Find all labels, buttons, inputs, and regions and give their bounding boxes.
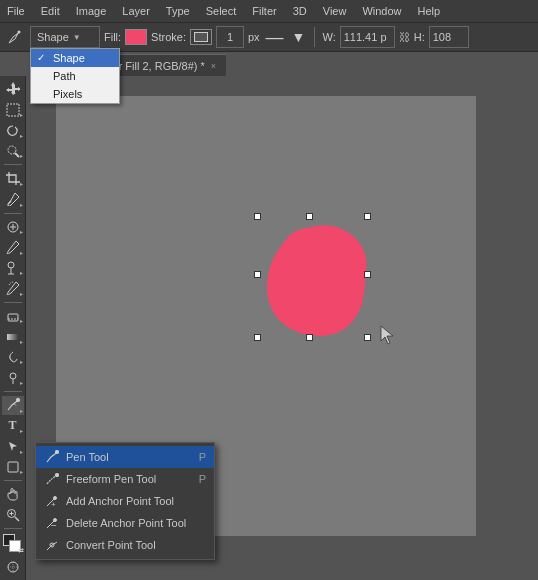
separator bbox=[4, 213, 22, 214]
convert-point-label: Convert Point Tool bbox=[66, 539, 156, 551]
separator bbox=[4, 528, 22, 529]
tool-arrow: ▸ bbox=[20, 269, 23, 276]
brush-tool[interactable]: ▸ bbox=[2, 238, 24, 257]
handle-tl[interactable] bbox=[254, 213, 261, 220]
tool-arrow: ▸ bbox=[20, 180, 23, 187]
delete-anchor-item[interactable]: − Delete Anchor Point Tool bbox=[36, 512, 214, 534]
fg-bg-colors[interactable]: ⇄ bbox=[2, 533, 24, 555]
quick-mask-tool[interactable] bbox=[2, 557, 24, 576]
stroke-swatch[interactable] bbox=[190, 29, 212, 45]
dodge-tool[interactable]: ▸ bbox=[2, 368, 24, 387]
convert-point-icon bbox=[44, 537, 60, 553]
width-input[interactable] bbox=[340, 26, 395, 48]
handle-mr[interactable] bbox=[364, 271, 371, 278]
svg-point-21 bbox=[56, 474, 59, 477]
eyedropper-tool[interactable]: ▸ bbox=[2, 190, 24, 209]
toolbar: ▸ ▸ ▸ ▸ ▸ ▸ ▸ bbox=[0, 76, 26, 580]
menu-select[interactable]: Select bbox=[199, 3, 244, 19]
tool-arrow: ▸ bbox=[20, 317, 23, 324]
svg-point-11 bbox=[10, 373, 16, 379]
freeform-pen-icon bbox=[44, 471, 60, 487]
svg-point-13 bbox=[16, 399, 19, 402]
svg-point-0 bbox=[18, 31, 21, 34]
menu-layer[interactable]: Layer bbox=[115, 3, 157, 19]
separator bbox=[4, 302, 22, 303]
pen-tools-context-menu: Pen Tool P Freeform Pen Tool P + Add Anc… bbox=[35, 442, 215, 560]
shape-mode-dropdown[interactable]: Shape ▼ bbox=[30, 26, 100, 48]
chain-icon[interactable]: ⛓ bbox=[399, 31, 410, 43]
freeform-pen-tool-item[interactable]: Freeform Pen Tool P bbox=[36, 468, 214, 490]
clone-tool[interactable]: ▸ bbox=[2, 259, 24, 278]
menu-help[interactable]: Help bbox=[411, 3, 448, 19]
tool-arrow: ▸ bbox=[20, 249, 23, 256]
pen-tool-icon-cm bbox=[44, 449, 60, 465]
options-bar: Shape ▼ Shape Path Pixels Fill: Stroke: … bbox=[0, 22, 538, 52]
handle-tr[interactable] bbox=[364, 213, 371, 220]
svg-text:−: − bbox=[51, 520, 57, 530]
fill-swatch[interactable] bbox=[125, 29, 147, 45]
menu-image[interactable]: Image bbox=[69, 3, 114, 19]
tool-arrow: ▸ bbox=[20, 407, 23, 414]
blur-tool[interactable]: ▸ bbox=[2, 348, 24, 367]
separator1 bbox=[314, 27, 315, 47]
menu-edit[interactable]: Edit bbox=[34, 3, 67, 19]
height-input[interactable] bbox=[429, 26, 469, 48]
tool-arrow: ▸ bbox=[20, 290, 23, 297]
stroke-px-label: px bbox=[248, 31, 260, 43]
move-tool[interactable] bbox=[2, 80, 24, 99]
handle-br[interactable] bbox=[364, 334, 371, 341]
heal-tool[interactable]: ▸ bbox=[2, 217, 24, 236]
zoom-tool[interactable] bbox=[2, 506, 24, 525]
svg-line-3 bbox=[15, 153, 19, 157]
svg-rect-9 bbox=[8, 314, 18, 321]
tool-arrow: ▸ bbox=[20, 111, 23, 118]
w-label: W: bbox=[322, 31, 335, 43]
shape-option-path[interactable]: Path bbox=[31, 67, 119, 85]
tool-arrow: ▸ bbox=[20, 427, 23, 434]
blob-shape[interactable] bbox=[256, 216, 376, 346]
handle-bl[interactable] bbox=[254, 334, 261, 341]
h-label: H: bbox=[414, 31, 425, 43]
stroke-width-input[interactable] bbox=[216, 26, 244, 48]
menu-file[interactable]: File bbox=[0, 3, 32, 19]
eraser-tool[interactable]: ▸ bbox=[2, 307, 24, 326]
shape-option-shape[interactable]: Shape bbox=[31, 49, 119, 67]
menu-view[interactable]: View bbox=[316, 3, 354, 19]
handle-ml[interactable] bbox=[254, 271, 261, 278]
menu-window[interactable]: Window bbox=[355, 3, 408, 19]
svg-line-16 bbox=[15, 517, 19, 521]
shape-tool[interactable]: ▸ bbox=[2, 458, 24, 477]
gradient-tool[interactable]: ▸ bbox=[2, 327, 24, 346]
svg-point-20 bbox=[56, 451, 59, 454]
stroke-style2[interactable]: ▼ bbox=[292, 29, 306, 45]
marquee-tool[interactable]: ▸ bbox=[2, 101, 24, 120]
stroke-label: Stroke: bbox=[151, 31, 186, 43]
hand-tool[interactable] bbox=[2, 485, 24, 504]
add-anchor-item[interactable]: + Add Anchor Point Tool bbox=[36, 490, 214, 512]
handle-bm[interactable] bbox=[306, 334, 313, 341]
convert-point-item[interactable]: Convert Point Tool bbox=[36, 534, 214, 556]
tool-arrow: ▸ bbox=[20, 468, 23, 475]
type-tool[interactable]: T ▸ bbox=[2, 417, 24, 436]
separator bbox=[4, 164, 22, 165]
path-select-tool[interactable]: ▸ bbox=[2, 437, 24, 456]
menu-filter[interactable]: Filter bbox=[245, 3, 283, 19]
pen-tool[interactable]: ▸ bbox=[2, 396, 24, 415]
tool-arrow: ▸ bbox=[20, 358, 23, 365]
pen-tool-item[interactable]: Pen Tool P bbox=[36, 446, 214, 468]
pen-tool-label: Pen Tool bbox=[66, 451, 109, 463]
crop-tool[interactable]: ▸ bbox=[2, 169, 24, 188]
stroke-style[interactable]: — bbox=[266, 27, 284, 48]
tab-close-button[interactable]: × bbox=[211, 61, 216, 71]
menu-type[interactable]: Type bbox=[159, 3, 197, 19]
svg-point-2 bbox=[8, 146, 16, 154]
delete-anchor-icon: − bbox=[44, 515, 60, 531]
shape-option-pixels[interactable]: Pixels bbox=[31, 85, 119, 103]
history-tool[interactable]: ▸ bbox=[2, 279, 24, 298]
lasso-tool[interactable]: ▸ bbox=[2, 121, 24, 140]
quick-select-tool[interactable]: ▸ bbox=[2, 142, 24, 161]
handle-tm[interactable] bbox=[306, 213, 313, 220]
fill-label: Fill: bbox=[104, 31, 121, 43]
stroke-inner bbox=[194, 32, 208, 42]
menu-3d[interactable]: 3D bbox=[286, 3, 314, 19]
